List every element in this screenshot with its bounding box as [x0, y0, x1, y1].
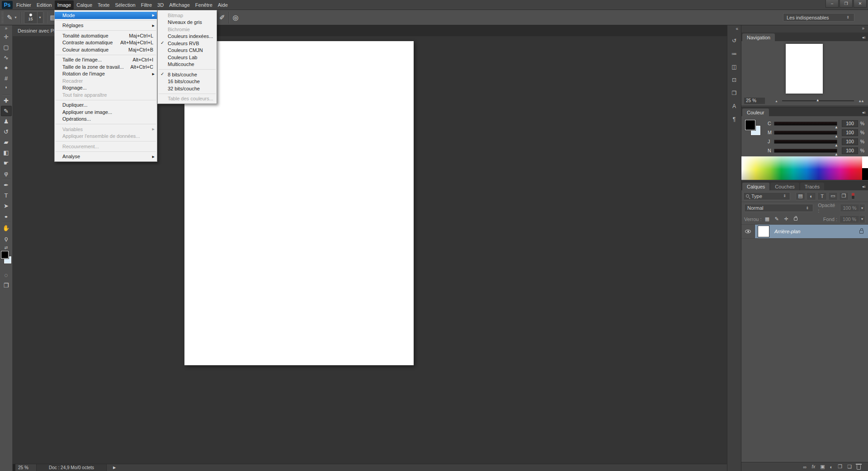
paragraphe-panel-icon[interactable]: ¶: [729, 114, 740, 124]
new-layer-icon[interactable]: ❏: [847, 464, 852, 470]
ellipse-tool[interactable]: ●: [1, 213, 12, 220]
brush-size-caret[interactable]: ▾: [38, 11, 43, 24]
pressure-opacity-icon[interactable]: ✐: [218, 14, 226, 22]
lock-transparent-pixels-icon[interactable]: ▦: [764, 216, 771, 222]
couleur-panel-menu-icon[interactable]: ▾≡: [862, 111, 868, 116]
filter-texte-icon[interactable]: T: [817, 192, 827, 200]
black-swatch[interactable]: [862, 168, 868, 180]
submenu-item-8-bits[interactable]: ✓8 bits/couche: [158, 71, 217, 78]
delete-layer-icon[interactable]: [857, 465, 861, 470]
screen-mode-button[interactable]: ❐: [1, 280, 12, 291]
move-tool[interactable]: ✛: [1, 32, 12, 42]
menu-item-couleur-automatique[interactable]: Couleur automatiqueMaj+Ctrl+B: [55, 46, 157, 53]
menubar-item-texte[interactable]: Texte: [95, 0, 112, 9]
eyedropper-tool[interactable]: ❜: [1, 84, 12, 94]
submenu-item-couleurs-cmjn[interactable]: Couleurs CMJN: [158, 47, 217, 54]
layer-thumbnail[interactable]: [758, 226, 769, 237]
brush-preset-caret-icon[interactable]: ▾: [14, 15, 18, 19]
menubar-item-image[interactable]: Image: [55, 0, 74, 9]
menu-item-mode[interactable]: Mode▶: [55, 12, 157, 19]
white-swatch[interactable]: [862, 156, 868, 168]
spectrum-gradient[interactable]: [741, 156, 862, 180]
filter-toggle-switch[interactable]: [851, 193, 855, 199]
crop-tool[interactable]: #: [1, 73, 12, 84]
foreground-color-swatch[interactable]: [745, 120, 755, 130]
opacity-value[interactable]: 100 %: [840, 204, 859, 212]
menu-item-analyse[interactable]: Analyse▶: [55, 153, 157, 160]
eye-icon[interactable]: [745, 230, 751, 233]
menu-item-rognage[interactable]: Rognage...: [55, 85, 157, 92]
submenu-item-niveaux-de-gris[interactable]: Niveaux de gris: [158, 19, 217, 26]
close-button[interactable]: ✕: [854, 0, 867, 8]
historique-panel-icon[interactable]: ↺: [729, 36, 740, 46]
tab-couleur[interactable]: Couleur: [742, 108, 769, 116]
lock-image-pixels-icon[interactable]: ✎: [773, 216, 781, 222]
layer-visibility-cell[interactable]: [741, 225, 755, 238]
menubar-item-selection[interactable]: Sélection: [112, 0, 138, 9]
menubar-item-filtre[interactable]: Filtre: [138, 0, 155, 9]
eraser-tool[interactable]: ▰: [1, 137, 12, 147]
layer-selected-area[interactable]: Arrière-plan: [755, 225, 868, 238]
submenu-item-couleurs-lab[interactable]: Couleurs Lab: [158, 54, 217, 61]
zoom-tool[interactable]: ϙ: [1, 233, 12, 244]
informations-panel-icon[interactable]: ⊡: [729, 75, 740, 85]
layer-name[interactable]: Arrière-plan: [774, 229, 800, 234]
zoom-in-icon[interactable]: ▲▲: [858, 99, 863, 103]
menubar-item-calque[interactable]: Calque: [74, 0, 95, 9]
menu-item-appliquer-une-image[interactable]: Appliquer une image...: [55, 108, 157, 116]
menu-item-contraste-automatique[interactable]: Contraste automatiqueAlt+Maj+Ctrl+L: [55, 39, 157, 47]
layer-mask-icon[interactable]: ▣: [820, 464, 825, 470]
menu-item-rotation-image[interactable]: Rotation de l'image▶: [55, 71, 157, 78]
rectangle-marquee-tool[interactable]: ▢: [1, 42, 12, 52]
submenu-item-couleurs-indexees[interactable]: Couleurs indexées...: [158, 33, 217, 40]
source-duplication-panel-icon[interactable]: ❐: [729, 88, 740, 98]
spectrum-bw-swatches[interactable]: [862, 156, 868, 180]
opacity-caret-icon[interactable]: ▾: [859, 204, 865, 212]
menubar-item-3d[interactable]: 3D: [155, 0, 166, 9]
submenu-item-32-bits[interactable]: 32 bits/couche: [158, 85, 217, 92]
menu-item-operations[interactable]: Opérations...: [55, 116, 157, 123]
menu-item-tonalite-automatique[interactable]: Tonalité automatiqueMaj+Ctrl+L: [55, 32, 157, 39]
tab-calques[interactable]: Calques: [742, 183, 769, 190]
new-group-icon[interactable]: ❒: [838, 464, 842, 470]
link-layers-icon[interactable]: ∞: [803, 464, 807, 470]
hand-tool[interactable]: ✋: [1, 223, 12, 233]
restore-button[interactable]: ❐: [840, 0, 853, 8]
menubar-item-fenetre[interactable]: Fenêtre: [193, 0, 215, 9]
toolbar-collapse-icon[interactable]: »: [5, 25, 8, 32]
airbrush-icon[interactable]: ◎: [232, 14, 240, 22]
status-menu-arrow-icon[interactable]: ▶: [113, 466, 116, 470]
menu-item-reglages[interactable]: Réglages▶: [55, 22, 157, 29]
caractere-panel-icon[interactable]: A: [729, 101, 740, 111]
jaune-slider[interactable]: ▲: [774, 140, 837, 144]
navigation-zoom-field[interactable]: 25 %: [744, 98, 765, 104]
workspace-switcher[interactable]: Les indispensables ⇕: [783, 13, 854, 22]
lasso-tool[interactable]: ∿: [1, 52, 12, 63]
history-brush-tool[interactable]: ↺: [1, 127, 12, 137]
brush-tool-icon[interactable]: ✎: [6, 14, 14, 22]
paint-bucket-tool[interactable]: ◧: [1, 147, 12, 158]
slider-thumb-icon[interactable]: ▲: [816, 99, 820, 102]
minimize-button[interactable]: –: [826, 0, 839, 8]
swap-colors-icon[interactable]: ⇄: [5, 245, 8, 250]
menu-item-dupliquer[interactable]: Dupliquer...: [55, 102, 157, 109]
filter-pixels-icon[interactable]: ▤: [796, 192, 805, 200]
submenu-item-couleurs-rvb[interactable]: ✓Couleurs RVB: [158, 40, 217, 47]
path-selection-tool[interactable]: ➤: [1, 201, 12, 211]
menubar-item-fichier[interactable]: Fichier: [14, 0, 34, 9]
status-zoom-field[interactable]: 25 %: [18, 465, 36, 470]
filter-formes-icon[interactable]: ▭: [828, 192, 838, 200]
filter-reglages-icon[interactable]: ◐: [807, 192, 816, 200]
healing-brush-tool[interactable]: ✚: [1, 95, 12, 106]
filter-objets-dynamiques-icon[interactable]: ❐: [839, 192, 849, 200]
menubar-item-affichage[interactable]: Affichage: [166, 0, 193, 9]
layer-row-arriere-plan[interactable]: Arrière-plan: [741, 225, 868, 239]
brush-tool[interactable]: ✎: [1, 106, 12, 116]
fond-value[interactable]: 100 %: [840, 215, 859, 223]
lock-position-icon[interactable]: ✛: [783, 216, 790, 222]
noir-value[interactable]: 100: [842, 147, 858, 154]
noir-slider[interactable]: ▲: [774, 149, 837, 153]
cyan-value[interactable]: 100: [842, 120, 858, 127]
canvas[interactable]: [184, 41, 414, 365]
layer-style-icon[interactable]: fx: [811, 464, 815, 469]
